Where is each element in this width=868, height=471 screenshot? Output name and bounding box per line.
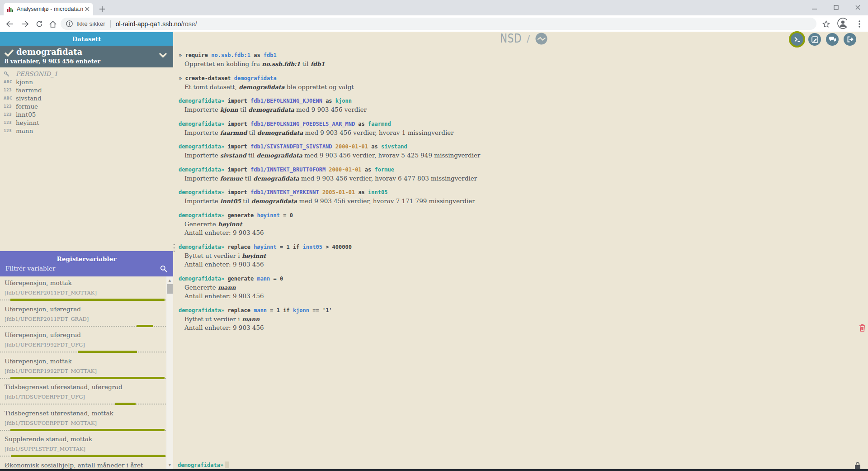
command-token: demografidata» (179, 121, 224, 127)
console-output-line: Genererte mann (179, 283, 698, 292)
dataset-variable-row[interactable]: 123innt05 (0, 110, 173, 119)
scroll-up-icon[interactable]: ▲ (166, 279, 173, 282)
output-token: sivstand (220, 152, 246, 159)
window-minimize-button[interactable] (804, 0, 825, 14)
output-token: Byttet ut verdier i (184, 315, 242, 323)
command-token: replace (224, 244, 254, 250)
ssb-logo-icon (535, 33, 547, 45)
console-command: demografidata» generate høyinnt = 0 (179, 211, 698, 220)
dataset-variable-row[interactable]: 123formue (0, 102, 173, 110)
toolbar (791, 33, 856, 46)
scrollbar-thumb[interactable] (167, 284, 173, 294)
command-token: fdb1/BEFOLKNING_FOEDSELS_AAR_MND (250, 121, 355, 127)
output-token: Importerte (184, 106, 220, 113)
console-block: » require no.ssb.fdb:1 as fdb1Opprettet … (179, 51, 698, 69)
search-icon[interactable] (160, 265, 167, 272)
panel-resize-handle[interactable] (173, 244, 175, 255)
new-tab-button[interactable] (97, 4, 108, 14)
back-icon[interactable] (5, 19, 14, 29)
browser-tab[interactable]: Analysemiljø - microdata.no (4, 3, 93, 15)
output-token: Et tomt datasett, (184, 83, 239, 90)
home-icon[interactable] (48, 19, 58, 29)
scroll-down-icon[interactable]: ▼ (166, 463, 173, 467)
output-token: faarmnd (220, 129, 247, 136)
register-variable-item[interactable]: Uførepensjon, uføregrad[fdb1/UFOERP2011F… (0, 303, 166, 329)
tab-close-icon[interactable] (85, 7, 90, 11)
dataset-variable-row[interactable]: ABCkjonn (0, 78, 173, 86)
delete-command-trash-icon[interactable] (859, 324, 866, 332)
filter-variables-input[interactable] (5, 264, 156, 272)
dataset-variable-row[interactable]: ABCsivstand (0, 94, 173, 102)
dataset-variable-row[interactable]: 123faarmnd (0, 86, 173, 94)
avatar[interactable] (837, 18, 847, 28)
register-variable-item[interactable]: Supplerende stønad, mottak[fdb1/SUPPLSTF… (0, 433, 166, 459)
command-token: fdb1/SIVSTANDFDT_SIVSTAND (250, 143, 332, 150)
command-token: no.ssb.fdb:1 (211, 52, 250, 58)
output-token: Byttet ut verdier i (184, 252, 242, 259)
register-variable-item[interactable]: Uførepensjon, uføregrad[fdb1/UFOERP1992F… (0, 328, 166, 355)
current-dataset[interactable]: demografidata 8 variabler, 9 903 456 enh… (0, 46, 173, 67)
browser-menu-icon[interactable] (854, 19, 864, 29)
window-close-button[interactable] (847, 0, 868, 14)
bookmark-star-icon[interactable] (821, 19, 831, 29)
forward-icon[interactable] (20, 19, 30, 29)
register-variable-item[interactable]: Uførepensjon, mottak[fdb1/UFOERP1992FDT_… (0, 355, 166, 381)
reload-icon[interactable] (34, 19, 44, 29)
info-icon[interactable] (66, 20, 73, 27)
console-prompt[interactable]: demografidata» (178, 461, 229, 468)
editor-button[interactable] (808, 33, 821, 46)
terminal-button[interactable] (791, 33, 803, 46)
console-output-line: Opprettet en kobling fra no.ssb.fdb:1 ti… (179, 60, 698, 69)
command-token: mann (257, 276, 270, 282)
coverage-bar (0, 429, 166, 431)
dataset-variable-row[interactable]: 123mann (0, 127, 173, 135)
prompt-label: demografidata» (178, 462, 223, 468)
output-token: med 9 903 456 verdier, hvorav 7 171 799 … (297, 197, 475, 205)
command-token: innt05 (303, 244, 322, 250)
security-label[interactable]: Ikke sikker (76, 20, 105, 27)
register-variable-item[interactable]: Tidsbegrenset uførestønad, mottak[fdb1/T… (0, 407, 166, 433)
register-variable-item[interactable]: Økonomisk sosialhjelp, antall måneder i … (0, 459, 166, 470)
output-token: til (300, 60, 311, 67)
chat-button[interactable] (826, 33, 839, 46)
command-token: 2005-01-01 (319, 189, 355, 195)
console-output-line: Genererte høyinnt (179, 220, 698, 229)
coverage-fill (78, 351, 137, 353)
window-maximize-button[interactable] (826, 0, 846, 14)
command-token: as (322, 98, 335, 104)
coverage-fill (115, 403, 136, 405)
output-token: Antall enheter: 9 903 456 (184, 292, 264, 300)
command-token: demografidata» (179, 167, 224, 173)
output-token: formue (220, 175, 243, 182)
logout-button[interactable] (844, 33, 856, 46)
variable-name: PERSONID_1 (16, 70, 58, 77)
output-token: Opprettet en kobling fra (184, 60, 262, 67)
command-token: demografidata» (179, 244, 224, 250)
url-field[interactable]: Ikke sikker ol-raird-app-qa1.ssb.no /ros… (61, 18, 816, 30)
command-token: import (224, 189, 250, 195)
output-token: demografidata (251, 198, 297, 205)
output-token: fdb1 (311, 61, 325, 67)
dataset-variable-row[interactable]: PERSONID_1 (0, 70, 173, 78)
register-variable-item[interactable]: Tidsbegrenset uførestønad, uføregrad[fdb… (0, 381, 166, 407)
register-variable-title: Økonomisk sosialhjelp, antall måneder i … (5, 461, 166, 469)
output-token: til (246, 152, 257, 159)
dataset-variable-row[interactable]: 123høyinnt (0, 119, 173, 127)
chevron-down-icon[interactable] (159, 53, 167, 58)
console-block: demografidata» replace høyinnt = 1 if in… (179, 243, 698, 269)
console-block: demografidata» import fdb1/INNTEKT_BRUTT… (179, 165, 698, 183)
coverage-fill (10, 377, 165, 379)
command-token: = 1 if (267, 307, 293, 314)
register-variable-item[interactable]: Uførepensjon, mottak[fdb1/UFOERP2011FDT_… (0, 276, 166, 303)
command-token: generate (224, 276, 257, 282)
register-scrollbar[interactable]: ▲ ▼ (166, 276, 173, 469)
output-token: mann (218, 284, 236, 291)
output-token: mann (242, 316, 260, 323)
output-token: til (238, 106, 249, 113)
command-token: fdb1/INNTEKT_BRUTTOFORM (250, 167, 326, 173)
output-token: Genererte (184, 220, 218, 228)
output-token: Importerte (184, 152, 220, 159)
command-token: sivstand (381, 143, 407, 150)
logo-divider: / (527, 33, 530, 44)
coverage-bar (0, 455, 166, 457)
